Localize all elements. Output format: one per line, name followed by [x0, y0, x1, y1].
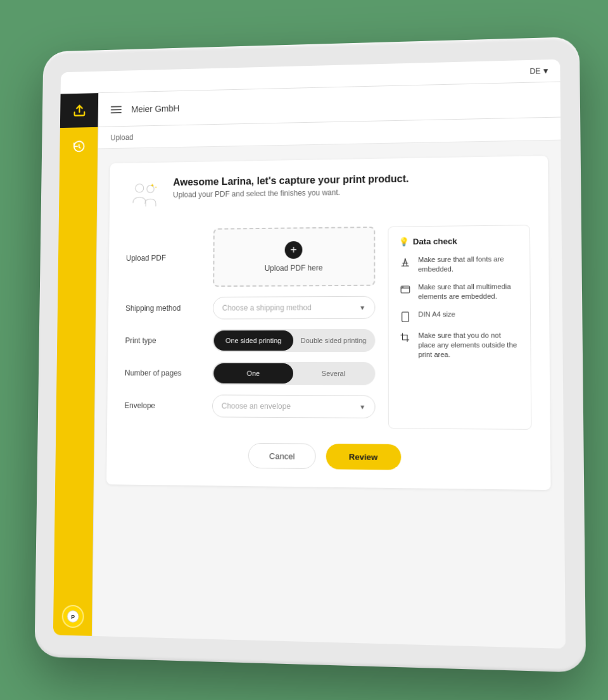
number-of-pages-control: One Several: [212, 362, 375, 385]
envelope-chevron-icon: ▼: [359, 403, 365, 410]
content-area: Meier GmbH Upload: [92, 82, 566, 649]
upload-area[interactable]: + Upload PDF here: [213, 227, 375, 287]
envelope-placeholder: Choose an envelope: [222, 402, 291, 411]
sidebar-yellow-bar: [54, 127, 98, 598]
language-arrow: ▼: [542, 66, 550, 75]
svg-rect-7: [402, 312, 409, 322]
data-check-panel: 💡 Data check Make sure th: [388, 225, 531, 430]
hero-subtitle: Upload your PDF and select the finishes …: [173, 187, 408, 199]
hero-title: Awesome Larina, let's capture your print…: [173, 173, 408, 188]
data-check-item-4: Make sure that you do not place any elem…: [399, 330, 520, 360]
language-label: DE: [529, 66, 540, 75]
data-check-title-text: Data check: [413, 237, 457, 247]
upload-pdf-row: Upload PDF + Upload PDF here: [125, 227, 375, 287]
logo-badge: P: [61, 604, 84, 628]
cancel-button[interactable]: Cancel: [248, 443, 315, 469]
data-check-text-4: Make sure that you do not place any elem…: [418, 330, 520, 360]
sidebar-bottom: P: [53, 597, 92, 636]
svg-point-4: [147, 185, 155, 193]
language-selector[interactable]: DE ▼: [529, 66, 550, 76]
shipping-chevron-icon: ▼: [359, 304, 365, 311]
data-check-item-3: DIN A4 size: [399, 309, 520, 323]
print-type-one-sided[interactable]: One sided printing: [214, 330, 294, 351]
hero-header: Awesome Larina, let's capture your print…: [127, 172, 530, 215]
menu-icon[interactable]: [111, 106, 122, 113]
shipping-method-placeholder: Choose a shipping method: [222, 303, 312, 312]
data-check-item-1: Make sure that all fonts are embedded.: [399, 254, 519, 275]
print-type-row: Print type One sided printing Double sid…: [125, 329, 375, 352]
print-type-double-sided[interactable]: Double sided printing: [293, 330, 374, 351]
hero-illustration: [127, 177, 163, 215]
page-content: Awesome Larina, let's capture your print…: [92, 141, 566, 649]
number-of-pages-label: Number of pages: [125, 369, 205, 378]
form-section: Upload PDF + Upload PDF here: [124, 227, 375, 428]
shipping-method-select[interactable]: Choose a shipping method ▼: [213, 296, 376, 320]
hero-text: Awesome Larina, let's capture your print…: [173, 173, 408, 199]
page-size-icon: [399, 310, 412, 323]
shipping-method-label: Shipping method: [125, 304, 205, 313]
hero-card: Awesome Larina, let's capture your print…: [106, 156, 551, 490]
envelope-control: Choose an envelope ▼: [212, 395, 376, 418]
sidebar-history-icon[interactable]: [66, 135, 91, 159]
sidebar-upload-icon[interactable]: [71, 102, 88, 119]
crop-icon: [399, 331, 412, 344]
svg-point-3: [136, 184, 144, 192]
upload-drop-text: Upload PDF here: [224, 263, 364, 273]
svg-point-8: [402, 334, 403, 335]
data-check-item-2: Make sure that all multimedia elements a…: [399, 282, 520, 302]
envelope-row: Envelope Choose an envelope ▼: [124, 394, 375, 418]
upload-pdf-control: + Upload PDF here: [213, 227, 375, 287]
review-button[interactable]: Review: [326, 444, 401, 470]
envelope-label: Envelope: [124, 401, 205, 411]
data-check-title: 💡 Data check: [399, 236, 519, 247]
shipping-method-row: Shipping method Choose a shipping method…: [125, 296, 375, 320]
sidebar: P: [53, 93, 99, 636]
data-check-text-1: Make sure that all fonts are embedded.: [418, 254, 519, 275]
tablet-frame: DE ▼: [34, 37, 586, 673]
svg-point-6: [403, 287, 403, 287]
svg-rect-5: [401, 286, 410, 293]
upload-pdf-label: Upload PDF: [126, 253, 206, 263]
pages-several-btn[interactable]: Several: [293, 363, 374, 384]
envelope-select[interactable]: Choose an envelope ▼: [212, 395, 376, 418]
shipping-method-control: Choose a shipping method ▼: [213, 296, 376, 320]
data-check-bulb-icon: 💡: [399, 237, 409, 246]
form-data-layout: Upload PDF + Upload PDF here: [124, 225, 531, 430]
print-type-control: One sided printing Double sided printing: [213, 329, 376, 352]
svg-text:P: P: [71, 613, 75, 620]
number-of-pages-row: Number of pages One Several: [125, 362, 376, 385]
upload-plus-icon: +: [285, 241, 303, 259]
main-layout: P Meier GmbH Upload: [53, 82, 566, 649]
print-type-toggle: One sided printing Double sided printing: [213, 329, 376, 352]
multimedia-icon: [399, 283, 412, 296]
tablet-screen: DE ▼: [53, 59, 566, 649]
pages-one-btn[interactable]: One: [213, 363, 293, 384]
data-check-text-3: DIN A4 size: [418, 309, 455, 320]
number-of-pages-toggle: One Several: [212, 362, 375, 385]
data-check-text-2: Make sure that all multimedia elements a…: [418, 282, 519, 302]
sidebar-top: [60, 93, 98, 128]
breadcrumb-text: Upload: [110, 133, 133, 142]
font-icon: [399, 256, 412, 268]
company-name: Meier GmbH: [131, 103, 179, 114]
print-type-label: Print type: [125, 336, 205, 345]
action-row: Cancel Review: [124, 442, 532, 472]
